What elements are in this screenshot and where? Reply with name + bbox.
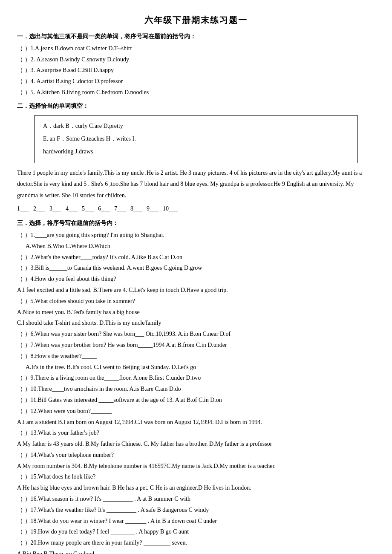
q2-text: （ ）2.What's the weather____today? It's c… <box>17 252 375 263</box>
list-item: （ ）2. A.season B.windy C.snowny D.cloudy <box>17 55 375 65</box>
q6-text: （ ）6.When was your sister born? She was … <box>17 329 375 339</box>
list-item: （ ）3. A.surprise B.sad C.Bill D.happy <box>17 65 375 75</box>
q16-text: （ ）16.What season is it now? It's ______… <box>17 494 375 504</box>
section2-title: 二．选择恰当的单词填空： <box>17 101 375 111</box>
answer-item: 7___ <box>114 204 126 214</box>
q4-text: （ ）4.How do you feel about this thing? <box>17 274 375 284</box>
list-item: （ ）5. A.kitchen B.living room C.bedroom … <box>17 87 375 98</box>
answer-item: 4___ <box>66 204 78 214</box>
q14-text: （ ）14.What's your telephone number? <box>17 450 375 460</box>
q20-text: （ ）20.How many people are there in your … <box>17 538 375 548</box>
word-box-line3: hardworking J.draws <box>43 146 349 158</box>
q19-text: （ ）19.How do you feel today? I feel ____… <box>17 527 375 537</box>
q13-sub1: A My father is 43 years old. B.My father… <box>17 439 375 449</box>
answer-item: 3___ <box>49 204 61 214</box>
section1-title: 一．选出与其他三项不是同一类的单词，将序号写在题前的括号内： <box>17 32 375 42</box>
word-box-line2: E. an F．Some G.teaches H．writes I. <box>43 133 349 145</box>
q12-sub1: A.I am a student B.I am born on August 1… <box>17 417 375 427</box>
q7-text: （ ）7.When was your brother born? He was … <box>17 340 375 350</box>
list-item: （ ）1.A.jeans B.down coat C.winter D.T--s… <box>17 43 375 54</box>
q11-text: （ ）11.Bill Gates was interested _____sof… <box>17 395 375 405</box>
answer-item: 1___ <box>17 204 29 214</box>
q8-sub1: A.It's in the tree. B.It's cool. C.I wen… <box>17 362 375 372</box>
section3-title: 三．选择，将序号写在题前的括号内： <box>17 218 375 228</box>
page-title: 六年级下册期末练习题一 <box>17 13 375 27</box>
q5-sub1: A.Nice to meet you. B.Ted's family has a… <box>17 307 375 317</box>
answer-item: 5___ <box>82 204 94 214</box>
q20-sub1: A Big Ben B There are C school <box>17 549 375 554</box>
answer-item: 10___ <box>163 204 178 214</box>
word-box: A．dark B．curly C.are D.pretty E. an F．So… <box>34 115 358 163</box>
q5-text: （ ）5.What clothes should you take in sum… <box>17 296 375 306</box>
answer-item: 2___ <box>33 204 45 214</box>
answer-item: 6___ <box>98 204 110 214</box>
q9-text: （ ）9.There is a living room on the_____f… <box>17 373 375 383</box>
q8-text: （ ）8.How's the weather?_____ <box>17 351 375 361</box>
q15-text: （ ）15.What does he look like? <box>17 472 375 482</box>
q1-text: （ ）1.____are you going this spring? I'm … <box>17 230 375 240</box>
word-box-line1: A．dark B．curly C.are D.pretty <box>43 120 349 132</box>
section1-items: （ ）1.A.jeans B.down coat C.winter D.T--s… <box>17 43 375 98</box>
q5-sub2: C.I should take T-shirt and shorts. D.Th… <box>17 318 375 328</box>
q14-sub1: A My room number is 304. B.My telephone … <box>17 461 375 471</box>
answer-item: 9___ <box>147 204 159 214</box>
answer-row: 1___ 2___ 3___ 4___ 5___ 6___ 7___ 8___ … <box>17 204 375 214</box>
q12-text: （ ）12.When were you born?_______ <box>17 406 375 416</box>
q3-text: （ ）3.Bill is______to Canada this weekend… <box>17 263 375 273</box>
answer-item: 8___ <box>130 204 142 214</box>
q18-text: （ ）18.What do you wear in winter? I wear… <box>17 516 375 526</box>
q4-options: A.I feel excited and a little sad. B.The… <box>17 285 375 295</box>
section3-items: （ ）1.____are you going this spring? I'm … <box>17 230 375 554</box>
q1-options: A.When B.Who C.Where D.Which <box>17 241 375 251</box>
q15-sub1: A He has big blue eyes and brown hair. B… <box>17 483 375 493</box>
list-item: （ ）4. A.artist B.sing C.doctor D.profess… <box>17 76 375 87</box>
paragraph-text: There 1 people in my uncle's family.This… <box>17 167 375 202</box>
q13-text: （ ）13.What is your father's job? <box>17 428 375 438</box>
q17-text: （ ）17.What's the weather like? It's ____… <box>17 505 375 515</box>
q10-text: （ ）10.There____two armchairs in the room… <box>17 384 375 394</box>
